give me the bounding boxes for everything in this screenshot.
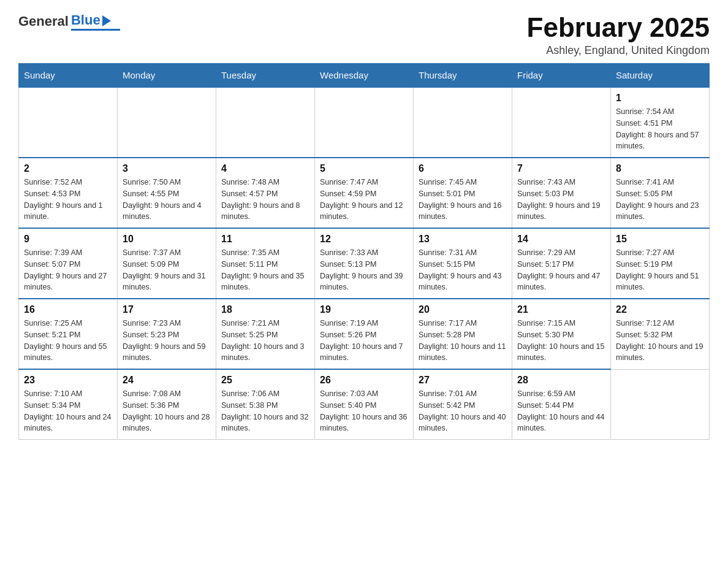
day-number: 6 [419,163,507,174]
day-info: Sunrise: 7:31 AMSunset: 5:15 PMDaylight:… [419,247,507,293]
calendar-cell: 28Sunrise: 6:59 AMSunset: 5:44 PMDayligh… [512,369,611,440]
day-info: Sunrise: 7:50 AMSunset: 4:55 PMDaylight:… [123,177,211,223]
day-info: Sunrise: 7:23 AMSunset: 5:23 PMDaylight:… [123,318,211,364]
day-info: Sunrise: 7:43 AMSunset: 5:03 PMDaylight:… [517,177,605,223]
day-number: 20 [419,304,507,315]
calendar-cell: 18Sunrise: 7:21 AMSunset: 5:25 PMDayligh… [216,299,315,369]
calendar-header-row: SundayMondayTuesdayWednesdayThursdayFrid… [19,64,710,88]
calendar-week-row: 16Sunrise: 7:25 AMSunset: 5:21 PMDayligh… [19,299,710,369]
day-info: Sunrise: 7:12 AMSunset: 5:32 PMDaylight:… [616,318,704,364]
day-number: 5 [320,163,408,174]
calendar-cell: 2Sunrise: 7:52 AMSunset: 4:53 PMDaylight… [19,158,118,228]
day-number: 18 [221,304,309,315]
day-info: Sunrise: 7:06 AMSunset: 5:38 PMDaylight:… [221,388,309,434]
calendar-cell: 21Sunrise: 7:15 AMSunset: 5:30 PMDayligh… [512,299,611,369]
day-number: 15 [616,234,704,245]
day-info: Sunrise: 7:15 AMSunset: 5:30 PMDaylight:… [517,318,605,364]
day-info: Sunrise: 7:21 AMSunset: 5:25 PMDaylight:… [221,318,309,364]
day-info: Sunrise: 7:29 AMSunset: 5:17 PMDaylight:… [517,247,605,293]
day-info: Sunrise: 7:37 AMSunset: 5:09 PMDaylight:… [123,247,211,293]
calendar-cell [118,87,216,158]
calendar-header-monday: Monday [118,64,216,88]
day-info: Sunrise: 7:52 AMSunset: 4:53 PMDaylight:… [24,177,112,223]
day-info: Sunrise: 7:47 AMSunset: 4:59 PMDaylight:… [320,177,408,223]
day-number: 16 [24,304,112,315]
day-number: 8 [616,163,704,174]
day-info: Sunrise: 7:39 AMSunset: 5:07 PMDaylight:… [24,247,112,293]
day-number: 12 [320,234,408,245]
calendar-cell: 9Sunrise: 7:39 AMSunset: 5:07 PMDaylight… [19,228,118,299]
day-number: 4 [221,163,309,174]
calendar-cell: 11Sunrise: 7:35 AMSunset: 5:11 PMDayligh… [216,228,315,299]
calendar-cell: 14Sunrise: 7:29 AMSunset: 5:17 PMDayligh… [512,228,611,299]
logo-underline [71,29,120,31]
calendar-header-friday: Friday [512,64,611,88]
day-info: Sunrise: 7:08 AMSunset: 5:36 PMDaylight:… [123,388,211,434]
calendar-header-saturday: Saturday [611,64,710,88]
day-number: 17 [123,304,211,315]
calendar-cell: 7Sunrise: 7:43 AMSunset: 5:03 PMDaylight… [512,158,611,228]
day-number: 23 [24,375,112,386]
calendar-cell: 15Sunrise: 7:27 AMSunset: 5:19 PMDayligh… [611,228,710,299]
day-info: Sunrise: 7:17 AMSunset: 5:28 PMDaylight:… [419,318,507,364]
calendar-header-thursday: Thursday [414,64,512,88]
day-info: Sunrise: 7:25 AMSunset: 5:21 PMDaylight:… [24,318,112,364]
day-info: Sunrise: 7:01 AMSunset: 5:42 PMDaylight:… [419,388,507,434]
calendar-cell: 4Sunrise: 7:48 AMSunset: 4:57 PMDaylight… [216,158,315,228]
day-info: Sunrise: 7:03 AMSunset: 5:40 PMDaylight:… [320,388,408,434]
calendar-week-row: 2Sunrise: 7:52 AMSunset: 4:53 PMDaylight… [19,158,710,228]
day-info: Sunrise: 7:10 AMSunset: 5:34 PMDaylight:… [24,388,112,434]
calendar-cell: 20Sunrise: 7:17 AMSunset: 5:28 PMDayligh… [414,299,512,369]
day-number: 3 [123,163,211,174]
day-info: Sunrise: 7:19 AMSunset: 5:26 PMDaylight:… [320,318,408,364]
calendar-week-row: 23Sunrise: 7:10 AMSunset: 5:34 PMDayligh… [19,369,710,440]
day-number: 28 [517,375,605,386]
day-number: 24 [123,375,211,386]
calendar-cell: 22Sunrise: 7:12 AMSunset: 5:32 PMDayligh… [611,299,710,369]
calendar-cell: 17Sunrise: 7:23 AMSunset: 5:23 PMDayligh… [118,299,216,369]
calendar-week-row: 9Sunrise: 7:39 AMSunset: 5:07 PMDaylight… [19,228,710,299]
calendar-cell [611,369,710,440]
day-info: Sunrise: 7:54 AMSunset: 4:51 PMDaylight:… [616,106,704,152]
calendar-header-tuesday: Tuesday [216,64,315,88]
calendar-cell: 6Sunrise: 7:45 AMSunset: 5:01 PMDaylight… [414,158,512,228]
calendar-cell: 23Sunrise: 7:10 AMSunset: 5:34 PMDayligh… [19,369,118,440]
calendar-cell: 19Sunrise: 7:19 AMSunset: 5:26 PMDayligh… [315,299,414,369]
location: Ashley, England, United Kingdom [527,44,710,57]
calendar-cell [414,87,512,158]
calendar-cell: 5Sunrise: 7:47 AMSunset: 4:59 PMDaylight… [315,158,414,228]
calendar-cell [315,87,414,158]
calendar-cell: 1Sunrise: 7:54 AMSunset: 4:51 PMDaylight… [611,87,710,158]
logo-text-general: General [18,13,69,29]
calendar-cell: 10Sunrise: 7:37 AMSunset: 5:09 PMDayligh… [118,228,216,299]
calendar-week-row: 1Sunrise: 7:54 AMSunset: 4:51 PMDaylight… [19,87,710,158]
day-number: 13 [419,234,507,245]
day-number: 21 [517,304,605,315]
day-number: 1 [616,93,704,104]
day-number: 19 [320,304,408,315]
day-number: 7 [517,163,605,174]
logo: General Blue [18,12,120,31]
day-info: Sunrise: 7:41 AMSunset: 5:05 PMDaylight:… [616,177,704,223]
calendar-header-wednesday: Wednesday [315,64,414,88]
calendar-cell: 25Sunrise: 7:06 AMSunset: 5:38 PMDayligh… [216,369,315,440]
calendar-cell: 12Sunrise: 7:33 AMSunset: 5:13 PMDayligh… [315,228,414,299]
calendar-cell: 13Sunrise: 7:31 AMSunset: 5:15 PMDayligh… [414,228,512,299]
day-number: 9 [24,234,112,245]
day-info: Sunrise: 7:27 AMSunset: 5:19 PMDaylight:… [616,247,704,293]
calendar-cell [512,87,611,158]
day-info: Sunrise: 7:33 AMSunset: 5:13 PMDaylight:… [320,247,408,293]
logo-text-blue: Blue [71,12,100,28]
day-number: 22 [616,304,704,315]
title-section: February 2025 Ashley, England, United Ki… [527,12,710,57]
calendar-cell [19,87,118,158]
logo-arrow-icon [102,15,111,26]
calendar-header-sunday: Sunday [19,64,118,88]
day-info: Sunrise: 7:48 AMSunset: 4:57 PMDaylight:… [221,177,309,223]
calendar-cell: 26Sunrise: 7:03 AMSunset: 5:40 PMDayligh… [315,369,414,440]
day-number: 26 [320,375,408,386]
calendar-cell: 16Sunrise: 7:25 AMSunset: 5:21 PMDayligh… [19,299,118,369]
day-number: 10 [123,234,211,245]
calendar-cell [216,87,315,158]
calendar-cell: 24Sunrise: 7:08 AMSunset: 5:36 PMDayligh… [118,369,216,440]
